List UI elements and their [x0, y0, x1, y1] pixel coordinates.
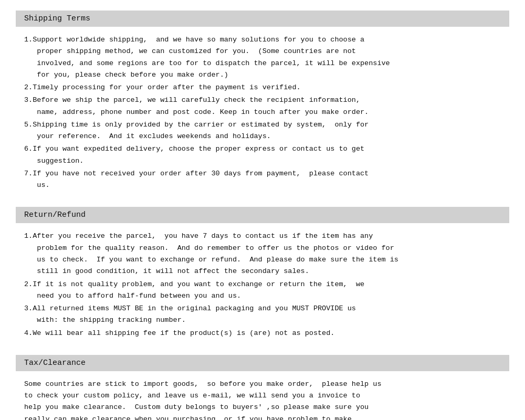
section-body-shipping-terms: 1.Support worldwide shipping, and we hav…	[16, 32, 509, 197]
section-return-refund: Return/Refund1.After you receive the par…	[16, 207, 509, 345]
paragraph-tax-clearance-0: Some countries are stick to import goods…	[24, 379, 501, 420]
section-body-return-refund: 1.After you receive the parcel, you have…	[16, 228, 509, 345]
paragraph-shipping-terms-4: 6.If you want expedited delivery, choose…	[24, 143, 501, 167]
section-tax-clearance: Tax/ClearanceSome countries are stick to…	[16, 355, 509, 420]
paragraph-shipping-terms-2: 3.Before we ship the parcel, we will car…	[24, 94, 501, 118]
section-header-return-refund: Return/Refund	[16, 207, 509, 223]
paragraph-shipping-terms-3: 5.Shipping time is only provided by the …	[24, 119, 501, 143]
page-container: Shipping Terms1.Support worldwide shippi…	[16, 10, 509, 420]
paragraph-return-refund-1: 2.If it is not quality problem, and you …	[24, 279, 501, 302]
section-header-tax-clearance: Tax/Clearance	[16, 355, 509, 371]
section-body-tax-clearance: Some countries are stick to import goods…	[16, 376, 509, 420]
paragraph-shipping-terms-5: 7.If you have not received your order af…	[24, 168, 501, 192]
paragraph-return-refund-0: 1.After you receive the parcel, you have…	[24, 230, 501, 277]
section-header-shipping-terms: Shipping Terms	[16, 10, 509, 27]
paragraph-shipping-terms-1: 2.Timely processing for your order after…	[24, 82, 501, 93]
paragraph-return-refund-3: 4.We will bear all shipping fee if the p…	[24, 328, 501, 339]
paragraph-return-refund-2: 3.All returned items MUST BE in the orig…	[24, 303, 501, 327]
paragraph-shipping-terms-0: 1.Support worldwide shipping, and we hav…	[24, 34, 501, 81]
section-shipping-terms: Shipping Terms1.Support worldwide shippi…	[16, 10, 509, 197]
